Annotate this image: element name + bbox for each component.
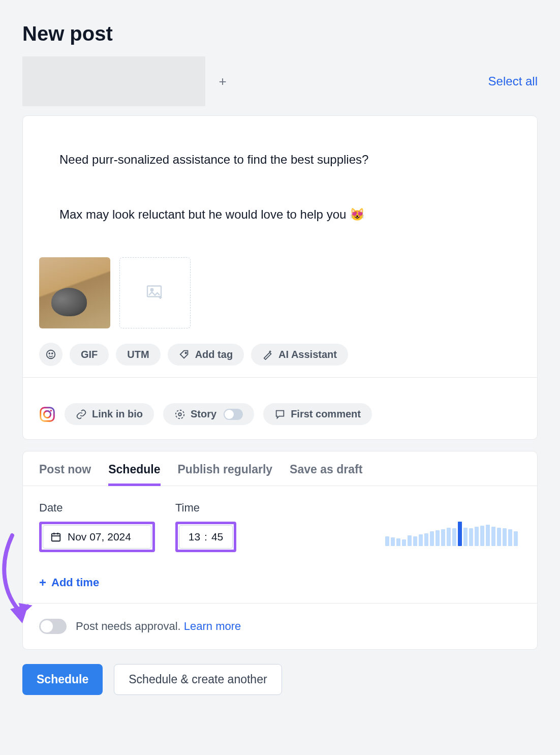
media-thumbnail[interactable] xyxy=(39,257,110,328)
add-channel-button[interactable]: + xyxy=(212,71,233,92)
svg-point-2 xyxy=(47,350,55,359)
first-comment-label: First comment xyxy=(291,408,361,420)
activity-bar xyxy=(435,530,440,546)
add-time-label: Add time xyxy=(51,576,99,589)
magic-icon xyxy=(262,349,273,360)
date-field: Date Nov 07, 2024 xyxy=(39,501,155,552)
time-highlight: 13 : 45 xyxy=(175,522,236,552)
plus-icon: + xyxy=(219,74,226,89)
link-in-bio-chip[interactable]: Link in bio xyxy=(65,403,154,425)
svg-rect-11 xyxy=(52,534,60,541)
link-icon xyxy=(76,409,87,420)
activity-bar xyxy=(430,531,434,546)
approval-row: Post needs approval. Learn more xyxy=(23,603,537,649)
activity-bar xyxy=(486,525,490,546)
approval-text: Post needs approval. Learn more xyxy=(76,620,241,633)
activity-bar xyxy=(497,528,501,546)
add-media-button[interactable] xyxy=(119,257,191,328)
activity-bar xyxy=(475,527,479,546)
add-time-button[interactable]: + Add time xyxy=(39,576,99,590)
svg-point-5 xyxy=(185,352,186,354)
svg-point-7 xyxy=(44,411,50,417)
activity-bar xyxy=(452,528,456,546)
post-text-line2: Max may look reluctant but he would love… xyxy=(59,207,365,221)
post-text-line1: Need purr-sonalized assistance to find t… xyxy=(59,153,368,166)
approval-text-label: Post needs approval. xyxy=(76,620,181,632)
date-value: Nov 07, 2024 xyxy=(68,531,131,543)
plus-icon: + xyxy=(39,576,46,590)
gif-chip[interactable]: GIF xyxy=(70,344,109,366)
svg-rect-6 xyxy=(41,407,54,421)
time-min: 45 xyxy=(211,531,223,543)
date-input[interactable]: Nov 07, 2024 xyxy=(43,525,151,549)
action-row: Schedule Schedule & create another xyxy=(22,664,538,695)
activity-bar xyxy=(391,537,395,546)
divider xyxy=(23,377,537,378)
story-chip[interactable]: Story xyxy=(163,403,254,425)
comment-icon xyxy=(274,409,286,420)
compose-card: Need purr-sonalized assistance to find t… xyxy=(22,115,538,440)
schedule-body: Date Nov 07, 2024 Time 13 : 45 xyxy=(23,486,537,565)
date-highlight: Nov 07, 2024 xyxy=(39,522,155,552)
time-label: Time xyxy=(175,501,236,515)
activity-bar xyxy=(424,533,428,546)
emoji-icon xyxy=(45,349,56,360)
svg-point-1 xyxy=(151,289,153,291)
activity-bar xyxy=(385,536,389,546)
story-icon xyxy=(174,409,185,420)
first-comment-chip[interactable]: First comment xyxy=(263,403,372,425)
emoji-button[interactable] xyxy=(39,343,63,366)
tab-schedule[interactable]: Schedule xyxy=(108,463,160,486)
date-label: Date xyxy=(39,501,155,515)
tab-save-draft[interactable]: Save as draft xyxy=(290,463,362,486)
compose-chips: GIF UTM Add tag AI Assistant xyxy=(39,343,521,366)
learn-more-link[interactable]: Learn more xyxy=(184,620,241,632)
instagram-icon xyxy=(39,406,55,422)
ai-assistant-chip[interactable]: AI Assistant xyxy=(251,344,348,366)
activity-bar xyxy=(447,528,451,546)
activity-chart xyxy=(385,522,521,546)
schedule-tabs: Post now Schedule Publish regularly Save… xyxy=(23,451,537,486)
svg-point-4 xyxy=(52,353,53,354)
post-textarea[interactable]: Need purr-sonalized assistance to find t… xyxy=(39,132,521,242)
ai-assistant-label: AI Assistant xyxy=(278,349,337,360)
add-tag-label: Add tag xyxy=(195,349,233,360)
schedule-card: Post now Schedule Publish regularly Save… xyxy=(22,451,538,650)
svg-point-9 xyxy=(176,410,184,418)
instagram-options-row: Link in bio Story First comment xyxy=(23,390,537,439)
select-all-link[interactable]: Select all xyxy=(488,74,538,88)
approval-toggle[interactable] xyxy=(39,619,67,634)
image-plus-icon xyxy=(145,284,165,302)
activity-bar xyxy=(396,538,400,546)
activity-bar xyxy=(480,526,484,546)
activity-bar xyxy=(469,528,473,546)
svg-point-3 xyxy=(49,353,50,354)
media-row xyxy=(39,257,521,328)
schedule-create-another-button[interactable]: Schedule & create another xyxy=(114,664,282,695)
activity-bar xyxy=(419,534,423,546)
activity-bar xyxy=(441,529,445,546)
add-tag-chip[interactable]: Add tag xyxy=(168,344,244,366)
activity-bar xyxy=(413,536,417,546)
svg-point-10 xyxy=(178,413,181,416)
tab-publish-regularly[interactable]: Publish regularly xyxy=(178,463,273,486)
time-hour: 13 xyxy=(189,531,200,543)
channel-placeholder[interactable] xyxy=(22,56,205,106)
schedule-button[interactable]: Schedule xyxy=(22,664,103,695)
story-label: Story xyxy=(191,408,216,420)
channel-row: + Select all xyxy=(22,56,538,106)
activity-bar xyxy=(508,529,512,546)
link-in-bio-label: Link in bio xyxy=(92,408,143,420)
story-toggle[interactable] xyxy=(224,409,243,420)
time-input[interactable]: 13 : 45 xyxy=(179,525,233,549)
svg-point-8 xyxy=(50,409,52,411)
utm-chip[interactable]: UTM xyxy=(116,344,160,366)
page-title: New post xyxy=(22,22,538,45)
tag-icon xyxy=(179,349,190,360)
activity-bar xyxy=(463,528,468,546)
activity-bar xyxy=(458,522,462,546)
time-sep: : xyxy=(204,531,207,543)
activity-bar xyxy=(402,539,406,546)
time-field: Time 13 : 45 xyxy=(175,501,236,552)
tab-post-now[interactable]: Post now xyxy=(39,463,91,486)
